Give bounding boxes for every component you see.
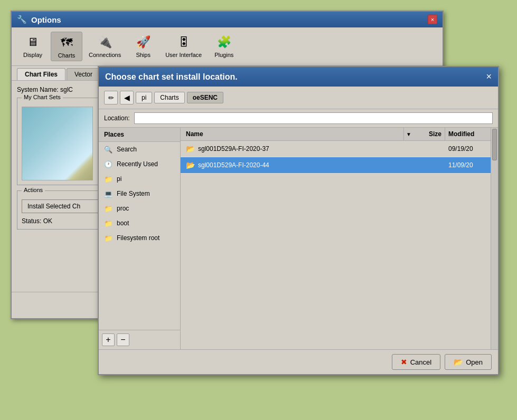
dialog-cancel-button[interactable]: ✖ Cancel bbox=[392, 354, 440, 370]
chart-sets-legend: My Chart Sets bbox=[22, 94, 63, 100]
toolbar-ui-label: User Interface bbox=[165, 52, 202, 58]
place-boot-label: boot bbox=[117, 219, 129, 227]
user-interface-icon: 🎛 bbox=[175, 34, 192, 51]
file-modified-cell: 11/09/20 bbox=[445, 160, 498, 170]
file-name-cell: 📂 sgl001D529A-FI-2020-44 bbox=[181, 159, 413, 171]
place-item-recently-used[interactable]: 🕐 Recently Used bbox=[99, 157, 180, 171]
options-titlebar: 🔧 Options × bbox=[12, 12, 443, 27]
breadcrumb-charts[interactable]: Charts bbox=[154, 92, 184, 103]
dialog-open-label: Open bbox=[466, 358, 483, 366]
place-filesystem-root-label: Filesystem root bbox=[117, 234, 159, 242]
pi-folder-icon: 📁 bbox=[104, 175, 112, 183]
files-list: 📂 sgl001D529A-FI-2020-37 09/19/20 📂 sgl0… bbox=[181, 141, 498, 349]
chart-thumbnail bbox=[22, 107, 93, 180]
location-row: Location: bbox=[99, 109, 498, 128]
cancel-x-icon: ✖ bbox=[401, 358, 407, 366]
file-name-text: sgl001D529A-FI-2020-44 bbox=[198, 161, 269, 169]
file-row[interactable]: 📂 sgl001D529A-FI-2020-37 09/19/20 bbox=[181, 141, 498, 157]
open-folder-icon: 📂 bbox=[454, 358, 463, 366]
file-modified-cell: 09/19/20 bbox=[445, 144, 498, 154]
file-chooser-body: Places 🔍 Search 🕐 Recently Used 📁 pi 💻 F… bbox=[99, 128, 498, 349]
nav-edit-button[interactable]: ✏ bbox=[104, 91, 118, 104]
dialog-open-button[interactable]: 📂 Open bbox=[445, 354, 492, 370]
display-icon: 🖥 bbox=[24, 34, 41, 51]
place-item-pi[interactable]: 📁 pi bbox=[99, 171, 180, 186]
places-panel: Places 🔍 Search 🕐 Recently Used 📁 pi 💻 F… bbox=[99, 128, 181, 349]
remove-place-button[interactable]: − bbox=[117, 333, 129, 346]
place-pi-label: pi bbox=[117, 175, 121, 183]
file-name-cell: 📂 sgl001D529A-FI-2020-37 bbox=[181, 143, 413, 155]
options-toolbar: 🖥 Display 🗺 Charts 🔌 Connections 🚀 Ships… bbox=[12, 27, 443, 66]
file-chooser-dialog: Choose chart set install location. × ✏ ◀… bbox=[98, 66, 499, 375]
toolbar-ships-label: Ships bbox=[136, 52, 151, 58]
search-icon: 🔍 bbox=[104, 145, 112, 154]
tab-chart-files[interactable]: Chart Files bbox=[17, 68, 65, 80]
toolbar-charts-label: Charts bbox=[58, 52, 75, 59]
options-close-button[interactable]: × bbox=[428, 15, 437, 24]
file-size-cell bbox=[413, 147, 445, 150]
place-item-filesystem-root[interactable]: 📁 Filesystem root bbox=[99, 231, 180, 245]
breadcrumb-oesenc[interactable]: oeSENC bbox=[187, 92, 223, 103]
place-proc-label: proc bbox=[117, 205, 129, 212]
folder-icon: 📂 bbox=[186, 161, 195, 169]
location-label: Location: bbox=[104, 114, 130, 122]
recently-used-icon: 🕐 bbox=[104, 160, 112, 168]
place-recently-used-label: Recently Used bbox=[117, 160, 158, 168]
places-footer: + − bbox=[99, 330, 180, 349]
files-col-modified-header: Modified bbox=[445, 128, 498, 140]
toolbar-item-display[interactable]: 🖥 Display bbox=[17, 32, 49, 61]
options-title-group: 🔧 Options bbox=[17, 15, 61, 24]
files-header: Name ▼ Size Modified bbox=[181, 128, 498, 141]
boot-folder-icon: 📁 bbox=[104, 219, 112, 227]
place-search-label: Search bbox=[117, 146, 137, 153]
file-chooser-nav: ✏ ◀ pi Charts oeSENC bbox=[99, 87, 498, 109]
files-col-size-header: Size bbox=[413, 128, 445, 140]
file-chooser-titlebar: Choose chart set install location. × bbox=[99, 67, 498, 87]
toolbar-plugins-label: Plugins bbox=[214, 52, 233, 58]
nav-back-button[interactable]: ◀ bbox=[120, 91, 134, 104]
add-place-button[interactable]: + bbox=[102, 333, 115, 346]
dialog-cancel-label: Cancel bbox=[410, 358, 431, 366]
sort-arrow-icon: ▼ bbox=[404, 129, 413, 140]
scrollbar-thumb[interactable] bbox=[492, 129, 497, 160]
toolbar-item-charts[interactable]: 🗺 Charts bbox=[51, 32, 82, 61]
toolbar-display-label: Display bbox=[23, 52, 42, 58]
toolbar-item-plugins[interactable]: 🧩 Plugins bbox=[208, 32, 240, 61]
place-item-proc[interactable]: 📁 proc bbox=[99, 201, 180, 216]
breadcrumb-pi[interactable]: pi bbox=[136, 92, 152, 103]
files-col-name-header: Name bbox=[181, 128, 404, 140]
file-system-icon: 💻 bbox=[104, 189, 112, 198]
place-item-search[interactable]: 🔍 Search bbox=[99, 142, 180, 157]
file-chooser-title: Choose chart set install location. bbox=[105, 72, 238, 82]
file-size-cell bbox=[413, 164, 445, 167]
toolbar-connections-label: Connections bbox=[89, 52, 121, 58]
toolbar-item-ships[interactable]: 🚀 Ships bbox=[127, 32, 159, 61]
place-item-file-system[interactable]: 💻 File System bbox=[99, 186, 180, 201]
plugins-icon: 🧩 bbox=[215, 34, 232, 51]
proc-folder-icon: 📁 bbox=[104, 204, 112, 213]
options-window-icon: 🔧 bbox=[17, 15, 27, 24]
back-arrow-icon: ◀ bbox=[124, 93, 130, 102]
toolbar-item-user-interface[interactable]: 🎛 User Interface bbox=[161, 32, 206, 61]
toolbar-item-connections[interactable]: 🔌 Connections bbox=[84, 32, 125, 61]
edit-icon: ✏ bbox=[108, 94, 114, 102]
options-title: Options bbox=[31, 15, 61, 24]
file-row[interactable]: 📂 sgl001D529A-FI-2020-44 11/09/20 bbox=[181, 157, 498, 174]
files-panel: Name ▼ Size Modified 📂 sgl001D529A-FI-20… bbox=[181, 128, 498, 349]
place-file-system-label: File System bbox=[117, 190, 150, 197]
filesystem-root-icon: 📁 bbox=[104, 234, 112, 242]
charts-icon: 🗺 bbox=[58, 34, 75, 51]
scrollbar-track[interactable] bbox=[491, 128, 498, 349]
file-name-text: sgl001D529A-FI-2020-37 bbox=[198, 145, 269, 152]
ships-icon: 🚀 bbox=[135, 34, 152, 51]
actions-legend: Actions bbox=[22, 187, 45, 193]
places-list: 🔍 Search 🕐 Recently Used 📁 pi 💻 File Sys… bbox=[99, 142, 180, 330]
tab-vector[interactable]: Vector bbox=[67, 68, 100, 80]
file-chooser-close-button[interactable]: × bbox=[486, 71, 492, 82]
file-chooser-footer: ✖ Cancel 📂 Open bbox=[99, 349, 498, 374]
connections-icon: 🔌 bbox=[97, 34, 114, 51]
folder-icon: 📂 bbox=[186, 145, 195, 153]
place-item-boot[interactable]: 📁 boot bbox=[99, 216, 180, 231]
places-header: Places bbox=[99, 128, 180, 142]
location-input[interactable] bbox=[134, 112, 493, 124]
